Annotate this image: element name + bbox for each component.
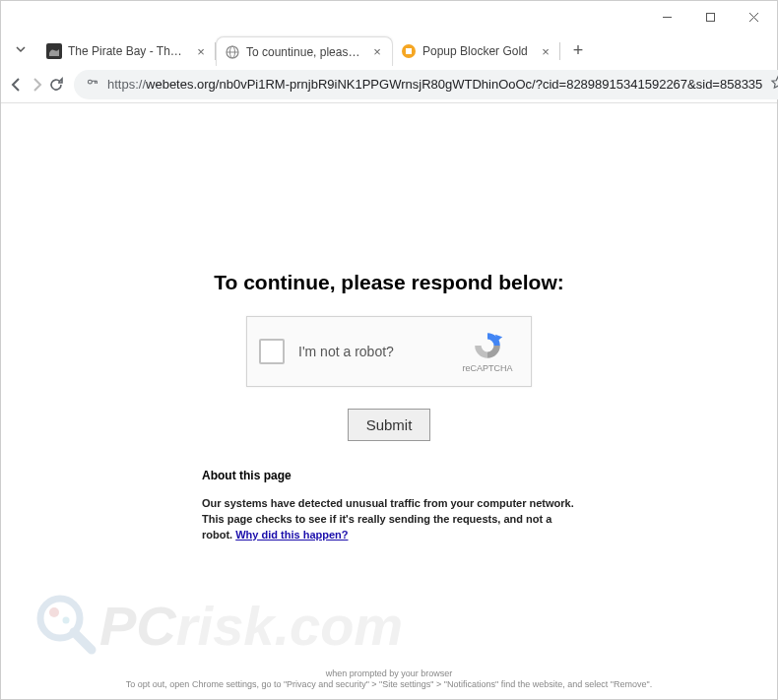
tab-title: To countinue, please respond b xyxy=(246,45,364,59)
tab-favicon-icon xyxy=(401,43,417,59)
browser-window: The Pirate Bay - The galaxy's m × To cou… xyxy=(0,0,778,700)
footer-line2: To opt out, open Chrome settings, go to … xyxy=(1,679,777,691)
close-icon[interactable]: × xyxy=(194,44,208,58)
toolbar: https://webetes.org/nb0vPi1RM-prnjbR9iNK… xyxy=(1,66,777,103)
svg-rect-1 xyxy=(706,13,714,21)
tab-bar: The Pirate Bay - The galaxy's m × To cou… xyxy=(1,32,777,66)
svg-point-22 xyxy=(63,617,70,624)
watermark: PCrisk.com xyxy=(31,591,403,660)
close-icon[interactable]: × xyxy=(370,45,384,59)
maximize-button[interactable] xyxy=(688,2,732,32)
page-heading: To continue, please respond below: xyxy=(214,271,563,294)
captcha-checkbox[interactable] xyxy=(259,339,285,364)
captcha-widget: I'm not a robot? reCAPTCHA xyxy=(246,316,532,387)
submit-button[interactable]: Submit xyxy=(348,409,431,441)
window-titlebar xyxy=(1,1,777,32)
site-info-icon[interactable] xyxy=(86,76,99,93)
footer-line1: when prompted by your browser xyxy=(1,668,777,680)
tab-title: The Pirate Bay - The galaxy's m xyxy=(68,44,188,58)
about-section: About this page Our systems have detecte… xyxy=(202,469,576,543)
tab-popup-blocker[interactable]: Popup Blocker Gold × xyxy=(393,36,560,66)
page-content: To continue, please respond below: I'm n… xyxy=(1,103,777,699)
svg-line-20 xyxy=(74,632,92,650)
about-title: About this page xyxy=(202,469,576,482)
watermark-text2: risk.com xyxy=(176,595,403,657)
address-bar[interactable]: https://webetes.org/nb0vPi1RM-prnjbR9iNK… xyxy=(74,70,778,99)
svg-point-21 xyxy=(49,607,59,617)
watermark-text1: PC xyxy=(99,595,176,657)
back-button[interactable] xyxy=(9,70,25,99)
close-button[interactable] xyxy=(732,2,775,32)
url-text: https://webetes.org/nb0vPi1RM-prnjbR9iNK… xyxy=(107,77,762,92)
svg-point-10 xyxy=(88,80,92,84)
recaptcha-icon xyxy=(472,330,503,361)
new-tab-button[interactable]: + xyxy=(564,36,592,64)
forward-button[interactable] xyxy=(29,70,44,99)
reload-button[interactable] xyxy=(48,70,64,99)
captcha-label: I'm not a robot? xyxy=(298,344,456,359)
tab-title: Popup Blocker Gold xyxy=(422,44,533,58)
tab-favicon-icon xyxy=(46,43,62,59)
bookmark-icon[interactable] xyxy=(770,75,778,95)
recaptcha-text: reCAPTCHA xyxy=(462,363,512,373)
why-link[interactable]: Why did this happen? xyxy=(235,529,348,541)
magnifier-icon xyxy=(31,591,99,660)
minimize-button[interactable] xyxy=(645,2,688,32)
about-text: Our systems have detected unusual traffi… xyxy=(202,496,576,543)
tab-search-button[interactable] xyxy=(7,35,34,63)
tab-webetes[interactable]: To countinue, please respond b × xyxy=(216,36,393,66)
recaptcha-badge: reCAPTCHA xyxy=(456,330,519,373)
close-icon[interactable]: × xyxy=(539,44,552,58)
globe-icon xyxy=(225,44,240,60)
svg-rect-9 xyxy=(406,48,412,54)
tab-piratebay[interactable]: The Pirate Bay - The galaxy's m × xyxy=(38,36,216,66)
footer: when prompted by your browser To opt out… xyxy=(1,668,777,691)
